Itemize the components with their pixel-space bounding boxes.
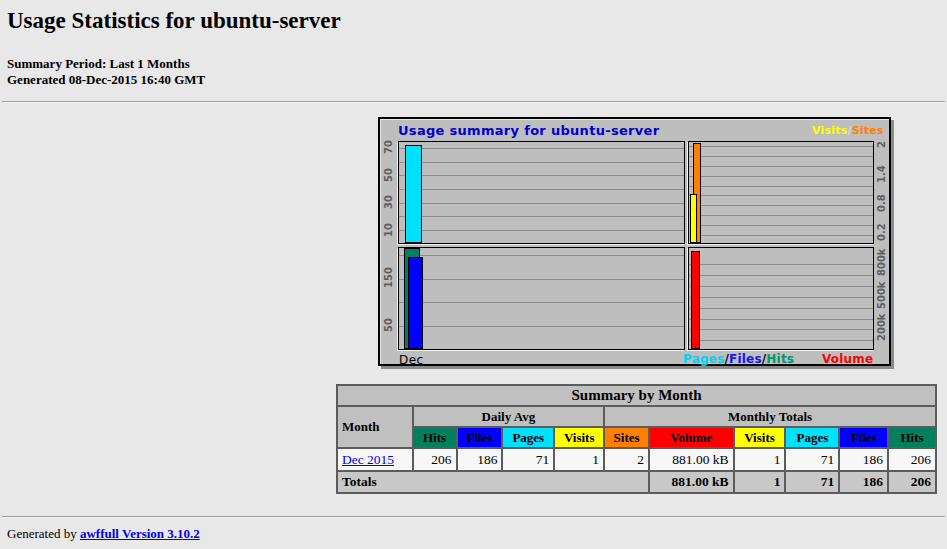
ytick-hits-150: 150 — [381, 265, 396, 291]
footer: Generated by awffull Version 3.10.2 — [7, 526, 200, 542]
column-header-month: Month — [337, 406, 413, 448]
totals-label: Totals — [337, 471, 649, 493]
gridlines — [399, 148, 684, 243]
ytick-sites-0-2: 0.2 — [874, 219, 889, 245]
ytick-volume-200k: 200k — [874, 314, 889, 340]
totals-volume: 881.00 kB — [649, 471, 734, 493]
ytick-sites-1-4: 1.4 — [874, 161, 889, 187]
column-header-visits: Visits — [734, 427, 786, 448]
column-header-hits: Hits — [888, 427, 936, 448]
table-row: Dec 2015 206 186 71 1 2 881.00 kB 1 71 1… — [337, 448, 936, 471]
chart-title: Usage summary for ubuntu-server — [398, 123, 659, 138]
column-header-volume: Volume — [649, 427, 734, 448]
cell-monthly-volume: 881.00 kB — [649, 448, 734, 471]
cell-monthly-hits: 206 — [888, 448, 936, 471]
footer-text: Generated by — [7, 526, 80, 541]
awffull-version-link[interactable]: awffull Version 3.10.2 — [80, 526, 200, 541]
column-header-pages: Pages — [785, 427, 839, 448]
totals-row: Totals 881.00 kB 1 71 186 206 — [337, 471, 936, 493]
horizontal-rule-top — [2, 101, 945, 103]
page-title: Usage Statistics for ubuntu-server — [7, 8, 341, 34]
ytick-sites-2: 2 — [874, 132, 889, 158]
generated-timestamp: Generated 08-Dec-2015 16:40 GMT — [7, 72, 205, 88]
horizontal-rule-bottom — [2, 516, 945, 518]
ytick-pages-50: 50 — [381, 162, 396, 188]
chart-legend-visits-sites: Visits/Sites — [812, 124, 884, 137]
ytick-sites-0-8: 0.8 — [874, 190, 889, 216]
gridlines — [399, 255, 684, 349]
legend-visits-label: Visits — [812, 124, 847, 137]
gridlines — [689, 146, 873, 243]
month-link-dec-2015[interactable]: Dec 2015 — [342, 452, 394, 467]
ytick-volume-800k: 800k — [874, 249, 889, 275]
column-header-visits: Visits — [554, 427, 604, 448]
cell-daily-files: 186 — [457, 448, 503, 471]
panel-volume — [688, 247, 874, 350]
group-header-monthly-totals: Monthly Totals — [604, 406, 936, 427]
panel-pages — [398, 141, 685, 244]
column-header-files: Files — [457, 427, 503, 448]
cell-daily-pages: 71 — [502, 448, 554, 471]
ytick-hits-50: 50 — [381, 312, 396, 338]
legend-files-label: Files — [729, 352, 762, 366]
volume-bar — [691, 251, 700, 349]
column-header-files: Files — [839, 427, 888, 448]
totals-hits: 206 — [888, 471, 936, 493]
xtick-dec: Dec — [399, 353, 423, 367]
group-header-daily-avg: Daily Avg — [413, 406, 604, 427]
summary-by-month-table: Summary by Month Month Daily Avg Monthly… — [336, 384, 937, 494]
cell-monthly-pages: 71 — [785, 448, 839, 471]
table-title: Summary by Month — [337, 385, 936, 406]
legend-volume-label: Volume — [822, 352, 873, 366]
totals-files: 186 — [839, 471, 888, 493]
ytick-pages-10: 10 — [381, 217, 396, 243]
ytick-volume-500k: 500k — [874, 282, 889, 308]
legend-hits-label: Hits — [766, 352, 794, 366]
ytick-pages-30: 30 — [381, 189, 396, 215]
usage-summary-chart: Usage summary for ubuntu-server Visits/S… — [378, 117, 891, 366]
visits-bar — [690, 194, 697, 243]
summary-period: Summary Period: Last 1 Months — [7, 56, 190, 72]
chart-legend-pages-files-hits: Pages/Files/Hits — [683, 352, 794, 366]
cell-monthly-visits: 1 — [734, 448, 786, 471]
legend-pages-label: Pages — [683, 352, 724, 366]
cell-daily-hits: 206 — [413, 448, 457, 471]
totals-pages: 71 — [785, 471, 839, 493]
ytick-pages-70: 70 — [381, 134, 396, 160]
totals-visits: 1 — [734, 471, 786, 493]
panel-visits-sites — [688, 141, 874, 244]
gridlines — [689, 264, 873, 349]
cell-daily-visits: 1 — [554, 448, 604, 471]
column-header-sites: Sites — [604, 427, 649, 448]
cell-monthly-sites: 2 — [604, 448, 649, 471]
panel-hits-files — [398, 247, 685, 350]
column-header-pages: Pages — [502, 427, 554, 448]
files-bar — [408, 257, 423, 349]
column-header-hits: Hits — [413, 427, 457, 448]
pages-bar — [405, 145, 422, 243]
cell-monthly-files: 186 — [839, 448, 888, 471]
